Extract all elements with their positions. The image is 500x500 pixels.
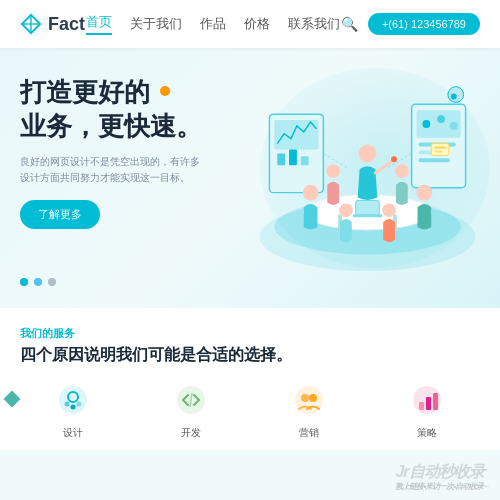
design-icon-wrap — [53, 380, 93, 420]
hero-illustration — [240, 53, 495, 293]
svg-point-47 — [301, 394, 309, 402]
dot-2[interactable] — [34, 278, 42, 286]
service-label-marketing: 营销 — [299, 426, 319, 440]
svg-rect-52 — [433, 393, 438, 410]
svg-point-36 — [451, 94, 457, 100]
chart-icon — [409, 382, 445, 418]
services-grid: 设计 开发 — [20, 380, 480, 440]
logo[interactable]: Fact — [20, 13, 85, 35]
hero-dots — [20, 278, 56, 286]
watermark-sub: 敦上链接•来访一次•自动收录← — [395, 481, 490, 492]
svg-point-21 — [303, 185, 319, 201]
svg-rect-8 — [289, 149, 297, 165]
svg-point-42 — [71, 405, 76, 410]
svg-rect-50 — [419, 402, 424, 410]
svg-rect-32 — [431, 144, 449, 156]
nav-right: 🔍 +(61) 123456789 — [341, 13, 480, 35]
svg-rect-9 — [301, 156, 309, 165]
phone-button[interactable]: +(61) 123456789 — [368, 13, 480, 35]
hero-text-block: 打造更好的 业务，更快速。 良好的网页设计不是凭空出现的，有许多设计方面共同努力… — [20, 76, 202, 229]
service-item-design[interactable]: 设计 — [20, 380, 126, 440]
navbar: Fact 首页 关于我们 作品 价格 联系我们 🔍 +(61) 12345678… — [0, 0, 500, 48]
nav-item-about[interactable]: 关于我们 — [130, 15, 182, 33]
strategy-icon-wrap — [407, 380, 447, 420]
nav-item-price[interactable]: 价格 — [244, 15, 270, 33]
svg-point-25 — [391, 156, 397, 162]
svg-point-48 — [309, 394, 317, 402]
svg-point-13 — [437, 115, 445, 123]
svg-rect-33 — [434, 147, 446, 149]
watermark: Jr自动秒收录 敦上链接•来访一次•自动收录← — [395, 462, 490, 492]
logo-icon — [20, 13, 42, 35]
watermark-text: Jr自动秒收录 — [395, 462, 490, 483]
svg-rect-17 — [419, 158, 450, 162]
people-icon — [291, 382, 327, 418]
service-label-strategy: 策略 — [417, 426, 437, 440]
svg-rect-51 — [426, 397, 431, 410]
code-icon — [173, 382, 209, 418]
dot-1[interactable] — [20, 278, 28, 286]
svg-point-14 — [450, 122, 458, 130]
svg-point-29 — [382, 203, 396, 217]
svg-rect-34 — [434, 150, 442, 152]
svg-line-24 — [375, 161, 392, 173]
svg-rect-31 — [353, 214, 382, 217]
svg-point-43 — [77, 402, 82, 407]
svg-point-41 — [65, 402, 70, 407]
services-section: 我们的服务 四个原因说明我们可能是合适的选择。 设计 — [0, 308, 500, 450]
svg-point-28 — [339, 203, 353, 217]
hero-description: 良好的网页设计不是凭空出现的，有许多设计方面共同努力才能实现这一目标。 — [20, 154, 200, 186]
svg-rect-7 — [277, 153, 285, 165]
dev-icon-wrap — [171, 380, 211, 420]
nav-item-home[interactable]: 首页 — [86, 13, 112, 35]
svg-rect-30 — [356, 200, 380, 215]
svg-rect-39 — [59, 386, 87, 414]
hero-title-line2: 业务，更快速。 — [20, 110, 202, 144]
svg-point-12 — [422, 120, 430, 128]
nav-item-works[interactable]: 作品 — [200, 15, 226, 33]
palette-icon — [55, 382, 91, 418]
service-item-marketing[interactable]: 营销 — [256, 380, 362, 440]
dot-3[interactable] — [48, 278, 56, 286]
nav-item-contact[interactable]: 联系我们 — [288, 15, 340, 33]
service-item-strategy[interactable]: 策略 — [374, 380, 480, 440]
svg-point-22 — [326, 164, 340, 178]
hero-section: 打造更好的 业务，更快速。 良好的网页设计不是凭空出现的，有许多设计方面共同努力… — [0, 48, 500, 308]
services-title: 四个原因说明我们可能是合适的选择。 — [20, 345, 480, 366]
service-item-dev[interactable]: 开发 — [138, 380, 244, 440]
hero-title: 打造更好的 业务，更快速。 — [20, 76, 202, 144]
svg-point-23 — [359, 145, 377, 163]
search-icon[interactable]: 🔍 — [341, 16, 358, 32]
deco-orange-dot — [160, 86, 170, 96]
services-tag: 我们的服务 — [20, 326, 480, 341]
service-label-dev: 开发 — [181, 426, 201, 440]
logo-text: Fact — [48, 14, 85, 35]
marketing-icon-wrap — [289, 380, 329, 420]
service-label-design: 设计 — [63, 426, 83, 440]
hero-title-line1: 打造更好的 — [20, 76, 202, 110]
svg-point-26 — [395, 164, 409, 178]
nav-links: 首页 关于我们 作品 价格 联系我们 — [86, 13, 340, 35]
svg-point-27 — [417, 185, 433, 201]
learn-more-button[interactable]: 了解更多 — [20, 200, 100, 229]
